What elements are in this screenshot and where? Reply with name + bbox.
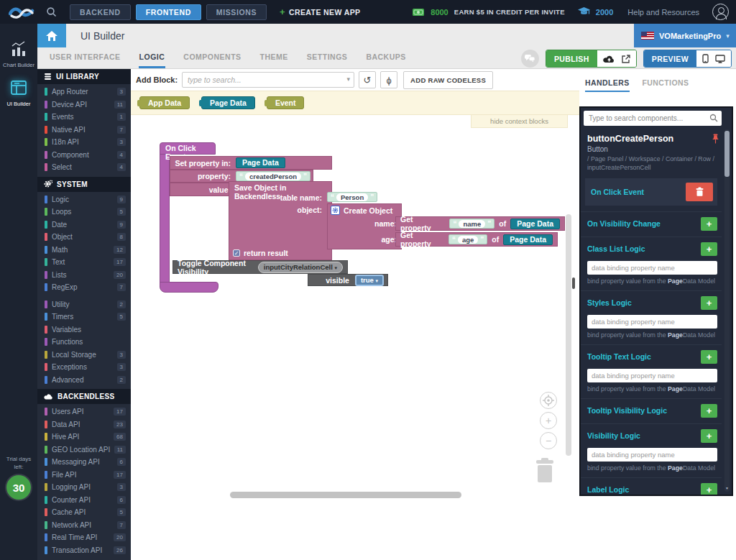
handler-label[interactable]: On Visibility Change xyxy=(587,219,661,228)
context-block-pill[interactable]: App Data xyxy=(139,96,190,109)
history-button[interactable]: ↺ xyxy=(359,71,376,88)
codeless-code-button[interactable]: ɸ xyxy=(380,71,397,88)
add-handler-button[interactable]: + xyxy=(701,429,717,443)
section-tab[interactable]: BACKUPS xyxy=(365,47,406,68)
age-value[interactable]: age xyxy=(458,236,478,244)
scroll-down-arrow-icon[interactable]: ▼ xyxy=(724,486,730,490)
help-and-resources-link[interactable]: Help and Resources xyxy=(627,8,699,17)
block-category-item[interactable]: Transaction API 26 xyxy=(37,544,131,557)
add-handler-button[interactable]: + xyxy=(701,483,717,496)
section-header-system[interactable]: SYSTEM xyxy=(37,177,131,192)
panel-scrollbar-thumb[interactable] xyxy=(724,131,730,177)
canvas-vertical-scrollbar[interactable] xyxy=(566,214,571,456)
section-tab[interactable]: SETTINGS xyxy=(306,47,349,68)
handler-label[interactable]: Class List Logic xyxy=(587,244,645,253)
external-link-icon[interactable] xyxy=(622,55,630,63)
object-gear-icon[interactable] xyxy=(331,206,340,215)
table-name-value[interactable]: Person xyxy=(336,193,368,201)
block-category-item[interactable]: Lists 20 xyxy=(37,269,131,282)
section-tab[interactable]: COMPONENTS xyxy=(183,47,242,68)
component-search-input[interactable] xyxy=(584,111,722,126)
hide-context-blocks-toggle[interactable]: hide context blocks xyxy=(471,115,568,128)
block-category-item[interactable]: Counter API 6 xyxy=(37,494,131,507)
block-category-item[interactable]: Object 8 xyxy=(37,231,131,244)
section-tab[interactable]: USER INTERFACE xyxy=(49,47,121,68)
user-avatar[interactable] xyxy=(712,4,729,20)
add-handler-button[interactable]: + xyxy=(701,350,717,364)
preview-button[interactable]: PREVIEW xyxy=(644,50,696,67)
block-category-item[interactable]: Data API 23 xyxy=(37,418,131,431)
page-data-block[interactable]: Page Data xyxy=(236,157,285,168)
component-dropdown[interactable]: inputCityRelationCell ▾ xyxy=(258,262,343,273)
page-data-block[interactable]: Page Data xyxy=(503,234,553,245)
block-category-item[interactable]: RegExp 7 xyxy=(37,281,131,294)
on-click-event-block[interactable]: On Click Event xyxy=(160,142,216,155)
trial-days-count[interactable]: 30 xyxy=(6,475,31,500)
checked-checkbox-icon[interactable]: ✓ xyxy=(233,249,240,257)
section-header-backendless[interactable]: BACKENDLESS xyxy=(37,389,131,404)
panel-scrollbar-track[interactable] xyxy=(724,129,730,492)
credit-offer-text[interactable]: EARN $5 IN CREDIT PER INVITE xyxy=(454,8,565,16)
set-property-block[interactable]: Set property in: Page Data xyxy=(170,156,332,170)
top-nav-button[interactable]: BACKEND xyxy=(70,4,131,20)
app-switcher[interactable]: VOMarketingPro ▾ xyxy=(634,24,736,47)
name-value[interactable]: name xyxy=(459,220,485,228)
age-text-block[interactable]: “ age ” xyxy=(448,234,487,244)
block-category-item[interactable]: Real Time API 20 xyxy=(37,531,131,544)
tab-handlers[interactable]: HANDLERS xyxy=(585,78,630,92)
block-category-item[interactable]: Local Storage 3 xyxy=(37,349,131,362)
trash-drop-zone-icon[interactable] xyxy=(532,457,558,483)
block-category-item[interactable]: Date 9 xyxy=(37,219,131,231)
top-nav-button[interactable]: MISSIONS xyxy=(206,4,267,20)
section-header-ui-library[interactable]: UI LIBRARY xyxy=(37,69,131,84)
handler-label[interactable]: Visibility Logic xyxy=(587,431,640,440)
canvas-horizontal-scrollbar[interactable] xyxy=(230,492,461,498)
handler-label[interactable]: Styles Logic xyxy=(587,298,632,307)
block-category-item[interactable]: Functions xyxy=(37,336,131,349)
cloud-upload-icon[interactable] xyxy=(603,55,615,63)
block-category-item[interactable]: Utility 2 xyxy=(37,298,131,311)
block-category-item[interactable]: Advanced 2 xyxy=(37,374,131,387)
name-text-block[interactable]: “ name ” xyxy=(449,219,494,229)
block-category-item[interactable]: GEO Location API 11 xyxy=(37,444,131,456)
block-category-item[interactable]: File API 17 xyxy=(37,469,131,482)
context-block-pill[interactable]: Page Data xyxy=(201,96,255,109)
property-value[interactable]: createdPerson xyxy=(245,173,301,180)
backendless-logo-icon[interactable] xyxy=(9,4,34,21)
desktop-preview-icon[interactable] xyxy=(715,55,725,63)
block-category-item[interactable]: Hive API 68 xyxy=(37,431,131,444)
block-category-item[interactable]: Cache API 5 xyxy=(37,506,131,519)
block-category-item[interactable]: Native API 7 xyxy=(37,124,131,137)
publish-button[interactable]: PUBLISH xyxy=(546,50,597,67)
add-handler-button[interactable]: + xyxy=(701,404,717,418)
block-category-item[interactable]: Component 4 xyxy=(37,149,131,162)
handler-label[interactable]: Tooltip Text Logic xyxy=(587,352,651,361)
block-search-input[interactable] xyxy=(182,72,354,88)
delete-handler-button[interactable] xyxy=(686,183,713,201)
context-block-pill[interactable]: Event xyxy=(267,96,305,109)
on-click-event-block-spine[interactable] xyxy=(160,154,170,283)
block-category-item[interactable]: Loops 5 xyxy=(37,206,131,219)
block-category-item[interactable]: Network API 7 xyxy=(37,519,131,532)
handler-label[interactable]: Label Logic xyxy=(587,485,629,494)
block-category-item[interactable]: Select 4 xyxy=(37,161,131,174)
home-button[interactable] xyxy=(37,24,66,47)
search-icon[interactable] xyxy=(46,6,57,17)
rail-item-ui-builder[interactable]: UI Builder xyxy=(7,80,31,107)
block-category-item[interactable]: Logging API 3 xyxy=(37,481,131,494)
chevron-down-icon[interactable]: ▾ xyxy=(347,75,351,83)
on-click-event-link[interactable]: On Click Event xyxy=(591,188,644,196)
get-property-name-block[interactable]: Get property “ name ” of Page Data xyxy=(395,216,565,231)
block-category-item[interactable]: Users API 17 xyxy=(37,405,131,418)
data-binding-input[interactable] xyxy=(587,369,717,382)
block-category-item[interactable]: Messaging API 6 xyxy=(37,456,131,469)
add-handler-button[interactable]: + xyxy=(701,217,717,231)
rail-item-chart-builder[interactable]: Chart Builder xyxy=(3,41,34,68)
data-binding-input[interactable] xyxy=(587,315,717,329)
add-handler-button[interactable]: + xyxy=(701,242,717,256)
section-tab[interactable]: LOGIC xyxy=(139,47,166,68)
block-category-item[interactable]: Events 1 xyxy=(37,111,131,124)
text-block[interactable]: “ createdPerson ” xyxy=(236,171,310,181)
block-category-item[interactable]: App Router 3 xyxy=(37,86,131,98)
block-category-item[interactable]: Variables xyxy=(37,323,131,336)
